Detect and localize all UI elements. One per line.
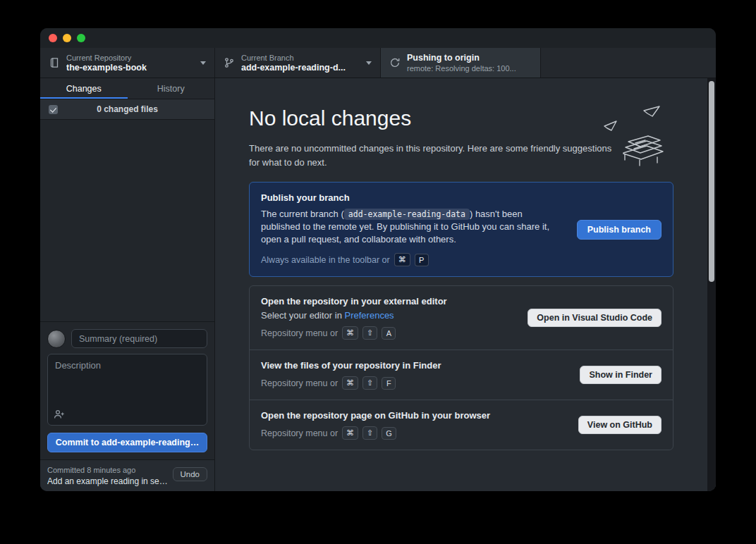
github-desktop-window: Current Repository the-examples-book Cur…: [40, 28, 716, 491]
changed-files-count: 0 changed files: [40, 104, 214, 114]
branch-name-code: add-example-reading-data: [344, 209, 470, 220]
cmd-key: ⌘: [394, 253, 410, 266]
cmd-key: ⌘: [342, 426, 358, 440]
repository-name: the-examples-book: [66, 63, 194, 73]
suggestion-hint: Repository menu or ⌘ ⇧ G: [261, 426, 564, 440]
minimize-window-button[interactable]: [63, 34, 71, 42]
a-key: A: [382, 327, 396, 340]
commit-button-branch: add-example-reading…: [102, 438, 199, 447]
commit-button[interactable]: Commit to add-example-reading…: [47, 433, 207, 452]
changes-list-empty: [40, 120, 214, 321]
avatar: [47, 330, 66, 348]
suggestion-hint: Repository menu or ⌘ ⇧ F: [261, 376, 566, 390]
hint-text: Repository menu or: [261, 328, 338, 338]
suggestion-open-editor: Open the repository in your external edi…: [250, 286, 673, 350]
cmd-key: ⌘: [342, 326, 358, 340]
suggestion-title: Open the repository in your external edi…: [261, 296, 513, 307]
toolbar: Current Repository the-examples-book Cur…: [40, 48, 716, 78]
sidebar-tabs: Changes History: [40, 78, 214, 99]
suggestions-card: Open the repository in your external edi…: [249, 285, 673, 450]
push-status-button[interactable]: Pushing to origin remote: Resolving delt…: [381, 48, 541, 78]
page-subtitle: There are no uncommitted changes in this…: [249, 142, 616, 169]
main-panel: No local changes There are no uncommitte…: [215, 78, 716, 491]
shift-key: ⇧: [362, 376, 377, 390]
suggestion-hint: Repository menu or ⌘ ⇧ A: [261, 326, 513, 340]
repository-selector[interactable]: Current Repository the-examples-book: [40, 48, 215, 78]
g-key: G: [382, 427, 396, 440]
tab-history[interactable]: History: [128, 78, 215, 99]
tab-changes-label: Changes: [66, 84, 102, 94]
titlebar: [40, 28, 716, 48]
editor-line-pre: Select your editor in: [261, 310, 345, 321]
undo-commit-row: Committed 8 minutes ago Add an example r…: [40, 459, 214, 491]
tab-history-label: History: [157, 84, 185, 94]
show-in-finder-button[interactable]: Show in Finder: [580, 366, 662, 384]
suggestion-line: Select your editor in Preferences: [261, 310, 513, 321]
suggestion-view-github: Open the repository page on GitHub in yo…: [250, 400, 673, 450]
shift-key: ⇧: [362, 326, 377, 340]
publish-card-hint: Always available in the toolbar or ⌘ P: [261, 253, 560, 266]
commit-form: Commit to add-example-reading…: [40, 321, 214, 459]
push-status-title: Pushing to origin: [407, 53, 532, 63]
view-on-github-button[interactable]: View on GitHub: [578, 416, 662, 434]
branch-name: add-example-reading-d...: [241, 63, 360, 73]
p-key: P: [415, 254, 429, 266]
f-key: F: [382, 377, 396, 390]
scrollbar-thumb[interactable]: [709, 81, 714, 282]
cmd-key: ⌘: [342, 376, 358, 390]
hint-text: Repository menu or: [261, 378, 338, 388]
repository-label: Current Repository: [66, 53, 194, 63]
chevron-down-icon: [200, 61, 206, 65]
publish-card-body: The current branch (add-example-reading-…: [261, 208, 560, 246]
push-status-detail: remote: Resolving deltas: 100...: [407, 63, 532, 73]
add-coauthor-icon[interactable]: [54, 409, 65, 420]
publish-card-title: Publish your branch: [261, 192, 560, 203]
publish-branch-card: Publish your branch The current branch (…: [249, 182, 673, 277]
sidebar: Changes History 0 changed files: [40, 78, 215, 491]
preferences-link[interactable]: Preferences: [345, 310, 394, 321]
tab-changes[interactable]: Changes: [40, 78, 128, 99]
commit-description-input[interactable]: [47, 354, 207, 426]
suggestion-title: Open the repository page on GitHub in yo…: [261, 410, 564, 421]
branch-selector[interactable]: Current Branch add-example-reading-d...: [215, 48, 381, 78]
git-branch-icon: [224, 57, 235, 68]
sync-icon: [389, 57, 401, 68]
suggestion-show-finder: View the files of your repository in Fin…: [250, 350, 673, 400]
no-changes-illustration: [600, 105, 671, 170]
commit-summary-input[interactable]: [71, 329, 207, 348]
suggestion-title: View the files of your repository in Fin…: [261, 360, 566, 371]
hint-text: Repository menu or: [261, 428, 338, 438]
publish-hint-text: Always available in the toolbar or: [261, 255, 390, 265]
publish-body-pre: The current branch (: [261, 209, 344, 219]
publish-branch-button[interactable]: Publish branch: [577, 220, 662, 240]
changed-files-row: 0 changed files: [40, 99, 214, 120]
open-in-editor-button[interactable]: Open in Visual Studio Code: [528, 309, 662, 327]
select-all-checkbox[interactable]: [49, 105, 58, 114]
repo-icon: [49, 57, 60, 68]
scrollbar-track[interactable]: [707, 78, 716, 491]
chevron-down-icon: [366, 61, 372, 65]
desktop-background: Current Repository the-examples-book Cur…: [0, 0, 756, 544]
toolbar-spacer: [541, 48, 716, 78]
commit-button-prefix: Commit to: [56, 438, 102, 447]
close-window-button[interactable]: [49, 34, 57, 42]
branch-label: Current Branch: [241, 53, 360, 63]
undo-button[interactable]: Undo: [173, 467, 208, 481]
shift-key: ⇧: [362, 426, 377, 440]
zoom-window-button[interactable]: [77, 34, 85, 42]
